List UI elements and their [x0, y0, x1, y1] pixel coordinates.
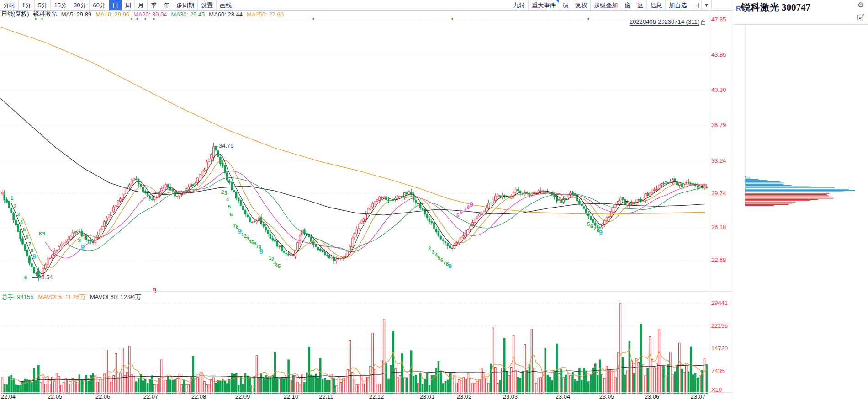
chip-bar-loss	[745, 195, 829, 196]
top-toolbar: 分时1分5分15分30分60分日周月季年多周期设置画线 九转重大事件演复权超级叠…	[0, 0, 733, 11]
period-tab[interactable]: 1分	[19, 0, 35, 10]
chip-bar-loss	[745, 197, 830, 197]
tool-tab[interactable]: 窗	[621, 0, 634, 10]
signal-diamond-icon: ♦	[35, 16, 37, 21]
chip-bar-profit	[745, 191, 844, 192]
period-tab[interactable]: 设置	[198, 0, 217, 10]
tool-tab[interactable]: 区	[634, 0, 647, 10]
indicator-label: 日线(复权)	[1, 10, 29, 18]
tool-tab[interactable]: 信息	[647, 0, 666, 10]
price-chart-canvas[interactable]	[0, 18, 709, 291]
tool-tab[interactable]: 超级叠加	[591, 0, 621, 10]
signal-diamond-icon: ♦	[131, 16, 133, 21]
stock-title: R锐科激光 300747	[736, 1, 810, 14]
period-tab[interactable]: 画线	[217, 0, 235, 10]
nine-turn-marker: 9	[448, 263, 452, 269]
date-tick: 22.07	[143, 393, 159, 400]
collapse-icon[interactable]: →|	[690, 0, 702, 10]
chip-bar-profit	[745, 189, 849, 190]
period-tab[interactable]: 月	[135, 0, 148, 10]
tool-tab[interactable]: 复权	[572, 0, 591, 10]
signal-diamond-icon: ♦	[587, 16, 590, 21]
nine-turn-marker: 9	[32, 253, 36, 259]
signal-diamond-icon: ♦	[153, 16, 155, 21]
stock-name-code: 锐科激光 300747	[741, 2, 810, 13]
chip-bar-profit	[745, 176, 746, 177]
period-tab[interactable]: 周	[122, 0, 135, 10]
memo-icon[interactable]	[857, 14, 864, 21]
chip-bar-loss	[745, 198, 834, 199]
volume-tick: 7435	[711, 368, 732, 374]
chip-bar-loss	[745, 203, 792, 204]
date-tick: 23.05	[599, 393, 614, 400]
nine-turn-marker: 3	[17, 212, 20, 217]
chip-panel: R锐科激光 300747 ⚙	[733, 0, 868, 400]
nine-turn-marker: 9	[42, 231, 45, 236]
tool-tab[interactable]: 加自选	[666, 0, 690, 10]
period-tab[interactable]: 多周期	[173, 0, 198, 10]
chip-bar-profit	[745, 185, 792, 186]
chip-bar-profit	[745, 190, 855, 191]
date-tick: 22.04	[1, 393, 16, 400]
date-tick: 23.06	[645, 393, 660, 400]
date-tick: 23.07	[691, 393, 706, 400]
nine-turn-marker: 7	[593, 226, 596, 231]
yaxis-divider	[709, 10, 709, 400]
axis-divider	[0, 392, 733, 393]
date-tick: 22.12	[369, 393, 384, 400]
period-tab[interactable]: 日	[109, 0, 122, 10]
nine-turn-marker: 6	[26, 235, 28, 240]
nine-turn-marker: 5	[278, 264, 281, 269]
period-tab[interactable]: 季	[148, 0, 160, 10]
chip-distribution[interactable]	[733, 25, 868, 208]
chip-bar-profit	[745, 183, 784, 184]
volume-header: 总手: 94155MAVOL5: 11.26万MAVOL60: 12.94万	[2, 293, 141, 300]
chip-bar-loss	[745, 200, 810, 201]
chip-bar-loss	[745, 199, 818, 200]
nine-turn-marker: 8	[39, 231, 42, 236]
dropdown-icon[interactable]: ▼	[702, 0, 712, 10]
period-tab[interactable]: 15分	[51, 0, 70, 10]
nine-turn-marker: 6	[230, 212, 233, 217]
chip-bar-profit	[745, 187, 811, 187]
period-tab[interactable]: 分时	[0, 0, 19, 10]
period-tab[interactable]: 60分	[90, 0, 109, 10]
gear-icon[interactable]: ⚙	[857, 1, 864, 9]
volume-indicator-label: MAVOL60: 12.94万	[90, 293, 141, 300]
tool-tab[interactable]: 重大事件	[529, 0, 559, 10]
tool-tab[interactable]: 九转	[510, 0, 529, 10]
date-tick: 23.04	[556, 393, 571, 400]
date-tick: 23.03	[503, 393, 518, 400]
price-tick: 22.68	[711, 256, 732, 263]
period-tab[interactable]: 年	[160, 0, 173, 10]
tool-tabs: 九转重大事件演复权超级叠加窗区信息加自选→|▼	[510, 0, 712, 10]
signal-diamond-icon: ♦	[41, 16, 43, 21]
chip-bar-loss	[745, 202, 796, 203]
low-price-label: —20.54	[32, 274, 53, 281]
nine-turn-marker: 3	[224, 191, 227, 196]
volume-chart-canvas[interactable]	[0, 302, 709, 394]
nine-turn-marker: 9	[599, 229, 603, 235]
price-tick: 26.18	[711, 224, 732, 230]
nine-turn-marker: 5	[587, 222, 590, 227]
signal-diamond-icon: ♦	[312, 16, 315, 21]
chip-bar-loss	[745, 204, 789, 205]
chip-bar-profit	[745, 178, 751, 179]
nine-turn-marker: 9	[81, 244, 85, 250]
period-tab[interactable]: 30分	[70, 0, 90, 10]
chip-bar-loss	[745, 193, 830, 194]
ma60-line	[0, 98, 705, 215]
panel-divider	[0, 291, 733, 292]
period-tabs: 分时1分5分15分30分60分日周月季年多周期设置画线	[0, 0, 235, 10]
volume-indicator-label: 总手: 94155	[2, 293, 33, 300]
signal-diamond-icon: ♦	[451, 16, 454, 21]
period-tab[interactable]: 5分	[35, 0, 51, 10]
nine-turn-marker: 1	[11, 196, 13, 201]
date-tick: 22.09	[235, 393, 250, 400]
date-tick: 22.11	[319, 393, 333, 400]
tool-tab[interactable]: 演	[559, 0, 572, 10]
volume-tick: 29441	[711, 299, 732, 306]
stock-app-window: 分时1分5分15分30分60分日周月季年多周期设置画线 九转重大事件演复权超级叠…	[0, 0, 868, 400]
chip-bar-loss	[745, 194, 827, 195]
nine-turn-marker: 6	[24, 275, 27, 280]
